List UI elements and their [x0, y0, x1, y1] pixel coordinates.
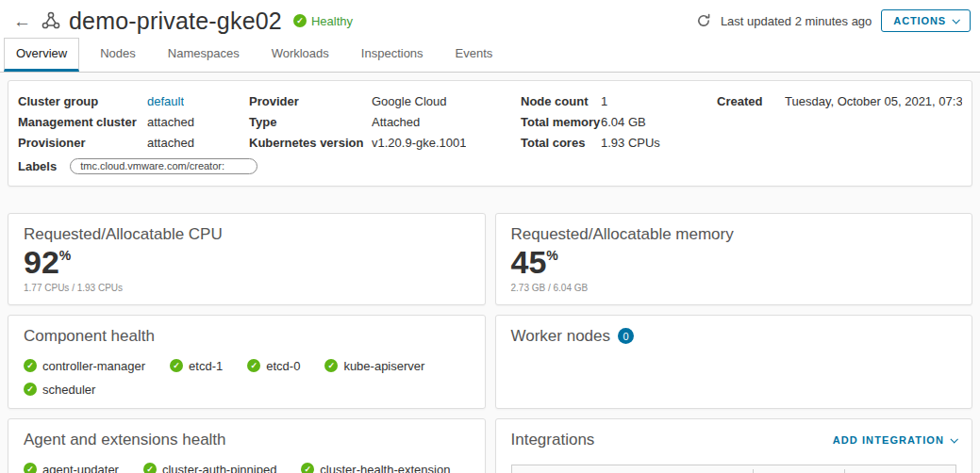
summary-field: Provisioner attached — [18, 134, 249, 152]
cpu-percent-value: 92 — [24, 244, 59, 280]
health-item-label: etcd-0 — [266, 359, 300, 373]
summary-field: Node count 1 — [521, 92, 717, 110]
field-label: Total memory — [521, 113, 601, 131]
field-value: 1 — [601, 92, 607, 110]
tab[interactable]: Nodes — [89, 39, 147, 72]
field-value: Google Cloud — [372, 92, 447, 110]
health-status-badge: Healthy — [293, 14, 353, 28]
tab[interactable]: Events — [444, 39, 505, 72]
field-label: Provisioner — [18, 134, 147, 152]
field-label: Management cluster — [18, 113, 147, 131]
actions-button-label: ACTIONS — [893, 15, 946, 26]
refresh-icon[interactable] — [696, 13, 711, 28]
health-item: etcd-0 — [247, 359, 300, 373]
summary-field: Created Tuesday, October 05, 2021, 07:3 — [717, 92, 962, 110]
memory-card: Requested/Allocatable memory 45% 2.73 GB… — [495, 213, 973, 305]
field-value: Attached — [372, 113, 420, 131]
summary-field: Total cores 1.93 CPUs — [521, 134, 717, 152]
health-item-label: agent-updater — [42, 463, 119, 473]
field-label: Kubernetes version — [249, 134, 372, 152]
memory-card-title: Requested/Allocatable memory — [511, 225, 957, 244]
field-label: Type — [249, 113, 372, 131]
check-icon — [24, 463, 37, 473]
column-header[interactable]: Name — [512, 469, 754, 473]
integrations-table: Name TMC Adapter Integration Wo — [511, 465, 957, 473]
worker-nodes-count-badge: 0 — [618, 328, 634, 344]
memory-detail: 2.73 GB / 6.04 GB — [511, 283, 957, 293]
topbar: ← demo-private-gke02 Healthy — [0, 0, 980, 73]
health-item: cluster-health-extension — [301, 463, 450, 473]
health-item-label: cluster-health-extension — [320, 463, 450, 473]
chevron-down-icon — [952, 16, 959, 24]
summary-field: Management cluster attached — [18, 113, 249, 131]
field-value: Tuesday, October 05, 2021, 07:3 — [785, 92, 962, 110]
actions-button[interactable]: ACTIONS — [881, 9, 971, 32]
label-pill[interactable]: tmc.cloud.vmware.com/creator: — [70, 158, 257, 174]
chevron-down-icon — [950, 435, 957, 443]
field-value: 1.93 CPUs — [601, 134, 660, 152]
field-value: 6.04 GB — [601, 113, 646, 131]
cpu-card: Requested/Allocatable CPU 92% 1.77 CPUs … — [8, 213, 486, 305]
check-icon — [170, 359, 183, 372]
field-label: Created — [717, 92, 785, 110]
cluster-summary-card: Cluster group default Management cluster… — [8, 80, 972, 187]
back-icon[interactable]: ← — [13, 12, 31, 30]
health-item: cluster-auth-pinniped — [143, 463, 276, 473]
tab[interactable]: Inspections — [350, 39, 435, 72]
memory-percent-unit: % — [546, 248, 557, 263]
check-icon — [24, 383, 37, 396]
integrations-title: Integrations — [511, 431, 595, 449]
health-item: kube-apiserver — [324, 359, 424, 373]
labels-row: Labels tmc.cloud.vmware.com/creator: — [18, 158, 962, 174]
field-value: attached — [147, 134, 194, 152]
health-item-label: kube-apiserver — [343, 359, 424, 373]
check-icon — [301, 463, 314, 473]
summary-field: Type Attached — [249, 113, 521, 131]
health-item: controller-manager — [24, 359, 145, 373]
check-icon — [324, 359, 338, 372]
cpu-card-title: Requested/Allocatable CPU — [24, 225, 470, 244]
health-item: etcd-1 — [170, 359, 223, 373]
component-health-title: Component health — [24, 327, 470, 346]
worker-nodes-card: Worker nodes 0 — [495, 315, 973, 409]
health-item-label: etcd-1 — [189, 359, 223, 373]
last-updated-text: Last updated 2 minutes ago — [721, 14, 872, 28]
field-label: Provider — [249, 92, 372, 110]
field-value[interactable]: default — [147, 92, 184, 110]
field-value: v1.20.9-gke.1001 — [372, 134, 466, 152]
column-header[interactable]: Integration Wo — [844, 469, 955, 473]
worker-nodes-title: Worker nodes — [511, 327, 611, 346]
agent-health-title: Agent and extensions health — [24, 431, 470, 449]
add-integration-button[interactable]: ADD INTEGRATION — [833, 434, 956, 446]
field-value: attached — [147, 113, 194, 131]
field-label: Cluster group — [18, 92, 147, 110]
health-item-label: controller-manager — [42, 359, 145, 373]
field-label: Total cores — [521, 134, 601, 152]
health-item: agent-updater — [24, 463, 119, 473]
check-icon — [24, 359, 37, 372]
cpu-detail: 1.77 CPUs / 1.93 CPUs — [24, 283, 470, 293]
summary-field: Cluster group default — [18, 92, 249, 110]
main-content: Cluster group default Management cluster… — [0, 73, 980, 473]
check-icon — [143, 463, 157, 473]
health-status-label: Healthy — [311, 14, 353, 28]
tab[interactable]: Workloads — [260, 39, 341, 72]
tab[interactable]: Overview — [4, 38, 79, 72]
healthy-check-icon — [293, 14, 307, 27]
summary-field: Kubernetes version v1.20.9-gke.1001 — [249, 134, 521, 152]
health-item-label: cluster-auth-pinniped — [162, 463, 276, 473]
tab-bar: Overview Nodes Namespaces Workloads Insp… — [0, 36, 980, 73]
health-item-label: scheduler — [42, 383, 95, 397]
memory-percent-value: 45 — [511, 244, 547, 280]
labels-title: Labels — [18, 159, 57, 173]
tab[interactable]: Namespaces — [157, 39, 251, 72]
component-health-card: Component health controller-manager etcd… — [8, 315, 486, 409]
cluster-detail-page: ← demo-private-gke02 Healthy — [0, 0, 980, 473]
integrations-card: Integrations ADD INTEGRATION Name TMC Ad… — [495, 418, 973, 473]
cluster-icon — [41, 10, 61, 31]
column-header[interactable]: TMC Adapter — [753, 469, 844, 473]
add-integration-label: ADD INTEGRATION — [833, 434, 944, 446]
check-icon — [247, 359, 260, 372]
agent-health-card: Agent and extensions health agent-update… — [8, 418, 486, 473]
field-label: Node count — [521, 92, 601, 110]
